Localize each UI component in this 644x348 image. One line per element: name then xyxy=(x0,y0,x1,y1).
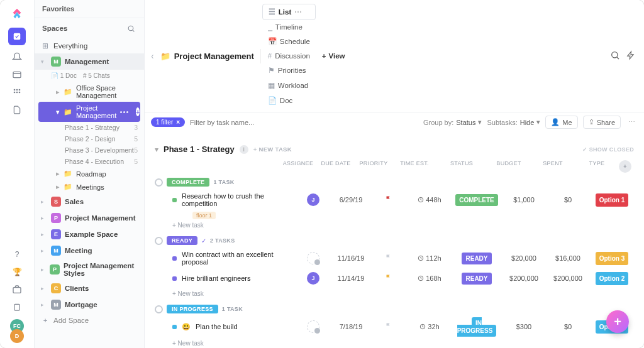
info-icon[interactable]: i xyxy=(240,145,248,154)
space-item[interactable]: ▸PProject Management Styles xyxy=(35,259,144,280)
content: ▾Phase 1 - Strategyi+ NEW TASK✓ SHOW CLO… xyxy=(145,132,644,348)
user-avatar-stack[interactable]: FCD xyxy=(10,319,24,343)
space-item[interactable]: ▸PProject Management xyxy=(35,210,144,226)
nav-inbox-icon[interactable] xyxy=(11,69,23,80)
space-item[interactable]: ▸MMortgage xyxy=(35,296,144,313)
groupby[interactable]: Group by: Status ▾ xyxy=(423,118,482,126)
svg-point-11 xyxy=(612,52,618,57)
create-fab[interactable]: + xyxy=(606,310,629,333)
nav-home-icon[interactable] xyxy=(8,28,26,45)
grid-icon: ⊞ xyxy=(41,41,50,50)
svg-point-7 xyxy=(19,92,21,94)
phase-title: Phase 1 - Strategy xyxy=(164,144,235,154)
new-task-button[interactable]: + NEW TASK xyxy=(253,146,292,153)
nav-help-icon[interactable]: ? xyxy=(11,249,23,260)
group-header[interactable]: COMPLETE1 TASK xyxy=(155,175,634,189)
folder-icon: 📁 xyxy=(160,52,170,61)
add-icon[interactable]: + xyxy=(136,107,140,116)
favorites-header[interactable]: Favorites xyxy=(35,0,144,18)
add-column-icon[interactable]: + xyxy=(619,160,631,173)
main-area: ‹ 📁 Project Management ☰List⋯⎯Timeline📅S… xyxy=(145,0,644,348)
filter-bar: 1 filter× Group by: Status ▾ Subtasks: H… xyxy=(145,112,644,132)
task-tag: floor 1 xyxy=(192,212,216,219)
check-icon: ✓ xyxy=(201,237,206,244)
nav-rail: ? 🏆 FCD xyxy=(0,0,35,348)
new-task-button[interactable]: + New task xyxy=(155,222,634,229)
space-management[interactable]: ▾ M Management xyxy=(35,53,144,70)
tab-workload[interactable]: ▦Workload xyxy=(262,78,316,93)
back-icon[interactable]: ‹ xyxy=(151,51,157,61)
tab-doc[interactable]: 📄Doc xyxy=(262,93,316,108)
app-logo xyxy=(9,6,25,21)
task-row[interactable]: 😃Plan the build 7/18/19 32h IN PROGRESS … xyxy=(155,316,634,337)
nav-briefcase-icon[interactable] xyxy=(11,284,23,295)
phase-nav-item[interactable]: Phase 2 - Design5 xyxy=(35,133,144,144)
phase-nav-item[interactable]: Phase 4 - Execution5 xyxy=(35,156,144,167)
folder-meetings[interactable]: ▸📁Meetings xyxy=(35,180,144,193)
space-item[interactable]: ▸MMeeting xyxy=(35,242,144,259)
svg-point-4 xyxy=(19,89,21,91)
nav-doc-icon[interactable] xyxy=(11,104,23,116)
folder-office-space[interactable]: ▸📁Office Space Management xyxy=(35,82,144,102)
nav-bell-icon[interactable] xyxy=(11,52,23,63)
me-button[interactable]: 👤 Me xyxy=(545,116,577,129)
svg-rect-9 xyxy=(14,304,19,310)
search-icon[interactable] xyxy=(608,48,623,65)
tab-discussion[interactable]: #Discussion xyxy=(262,49,316,63)
column-headers: ASSIGNEEDUE DATEPRIORITYTIME EST.STATUSB… xyxy=(155,158,634,175)
everything-row[interactable]: ⊞ Everything xyxy=(35,38,144,53)
spaces-header: Spaces xyxy=(35,18,144,38)
tab-timeline[interactable]: ⎯Timeline xyxy=(262,20,316,34)
svg-point-3 xyxy=(16,89,18,91)
svg-rect-8 xyxy=(13,288,21,293)
space-item[interactable]: ▸SSales xyxy=(35,193,144,210)
bolt-icon[interactable] xyxy=(624,48,638,65)
svg-rect-1 xyxy=(13,72,21,77)
share-button[interactable]: ⇪ Share xyxy=(583,116,621,129)
breadcrumb[interactable]: 📁 Project Management xyxy=(158,49,261,63)
space-item[interactable]: ▸CClients xyxy=(35,280,144,296)
subtasks[interactable]: Subtasks: Hide ▾ xyxy=(487,118,540,126)
svg-rect-0 xyxy=(14,33,21,40)
management-meta: 📄 1 Doc # 5 Chats xyxy=(35,70,144,82)
svg-point-5 xyxy=(14,92,16,94)
add-space[interactable]: +Add Space xyxy=(35,313,144,328)
add-view-button[interactable]: +View xyxy=(317,50,350,62)
new-task-button[interactable]: + New task xyxy=(155,290,634,297)
sidebar: Favorites Spaces ⊞ Everything ▾ M Manage… xyxy=(35,0,145,348)
folder-roadmap[interactable]: ▸📁Roadmap xyxy=(35,167,144,180)
task-row[interactable]: Hire brilliant engineers J 11/14/19 168h… xyxy=(155,269,634,288)
filter-input[interactable] xyxy=(190,119,418,126)
phase-nav-item[interactable]: Phase 1 - Strategy3 xyxy=(35,122,144,133)
search-icon[interactable] xyxy=(125,23,136,34)
close-icon[interactable]: × xyxy=(176,119,180,126)
nav-clipboard-icon[interactable] xyxy=(11,302,23,313)
task-row[interactable]: Research how to crush the competition J … xyxy=(155,189,634,210)
folder-project-management[interactable]: ▾📁Project Management + xyxy=(38,102,140,122)
show-closed[interactable]: ✓ SHOW CLOSED xyxy=(582,146,634,153)
svg-point-6 xyxy=(16,92,18,94)
phase-nav-item[interactable]: Phase 3 - Development5 xyxy=(35,144,144,156)
tab-schedule[interactable]: 📅Schedule xyxy=(262,34,316,49)
group-header[interactable]: IN PROGRESS1 TASK xyxy=(155,302,634,316)
topbar: ‹ 📁 Project Management ☰List⋯⎯Timeline📅S… xyxy=(145,0,644,112)
svg-point-2 xyxy=(14,89,16,91)
svg-point-10 xyxy=(128,26,133,31)
tab-priorities[interactable]: ⚑Priorities xyxy=(262,63,316,78)
space-item[interactable]: ▸EExample Space xyxy=(35,226,144,242)
new-task-button[interactable]: + New task xyxy=(155,340,634,347)
group-header[interactable]: READY✓2 TASKS xyxy=(155,234,634,247)
tab-list[interactable]: ☰List⋯ xyxy=(262,4,316,20)
filter-chip[interactable]: 1 filter× xyxy=(151,117,185,127)
nav-apps-icon[interactable] xyxy=(11,87,23,98)
more-icon[interactable]: ⋯ xyxy=(626,118,638,126)
task-row[interactable]: Win contract with an excellent proposal … xyxy=(155,247,634,269)
nav-trophy-icon[interactable]: 🏆 xyxy=(11,266,23,278)
